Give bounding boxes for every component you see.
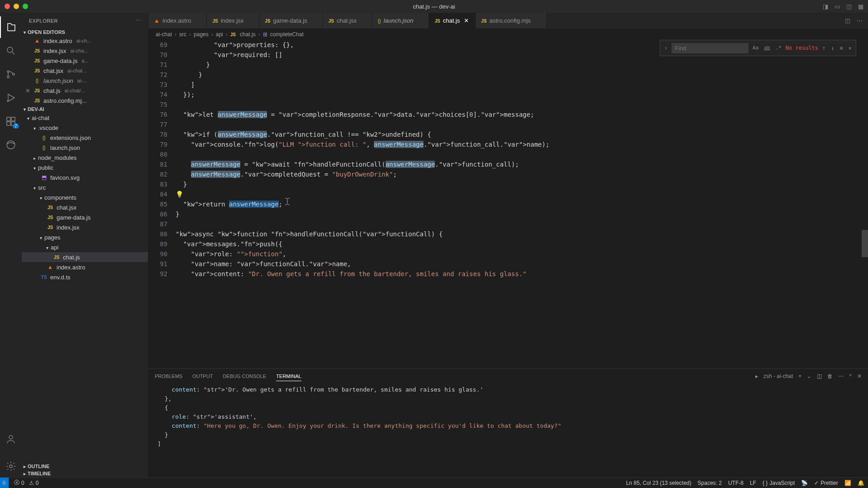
project-header[interactable]: DEV-AI — [22, 105, 148, 113]
breadcrumb-item[interactable]: pages — [194, 31, 209, 38]
editor-tab[interactable]: JSastro.config.mjs✕ — [476, 13, 546, 29]
terminal-new-icon[interactable]: + — [798, 373, 801, 379]
find-expand-icon[interactable]: › — [663, 43, 669, 53]
code-content[interactable]: "var">properties: {}, "var">required: []… — [176, 40, 862, 368]
window-minimize-button[interactable] — [14, 4, 19, 9]
folder-item[interactable]: pages — [22, 232, 148, 242]
folder-item[interactable]: api — [22, 242, 148, 252]
editor-tab[interactable]: JSchat.jsx✕ — [323, 13, 372, 29]
edge-tools-icon[interactable] — [0, 134, 22, 156]
open-editor-item[interactable]: ✕JSchat.jsxai-chat... — [22, 66, 148, 76]
timeline-header[interactable]: TIMELINE — [22, 470, 148, 477]
open-editor-item[interactable]: ✕JSgame-data.jsa... — [22, 56, 148, 66]
match-word-icon[interactable]: ab — [763, 42, 771, 54]
terminal-more-icon[interactable]: ⋯ — [838, 373, 844, 379]
folder-item[interactable]: node_modules — [22, 153, 148, 163]
close-icon[interactable]: ✕ — [24, 87, 31, 94]
open-editors-header[interactable]: OPEN EDITORS — [22, 29, 148, 36]
errors-count[interactable]: ⓧ 0 — [14, 479, 24, 487]
terminal-output[interactable]: content: "str">'Dr. Owen gets a refill f… — [148, 383, 868, 477]
window-close-button[interactable] — [5, 4, 10, 9]
open-editor-item[interactable]: ✕JSchat.jsai-chat/... — [22, 86, 148, 96]
extensions-icon[interactable]: 7 — [0, 110, 22, 132]
search-icon[interactable] — [0, 40, 22, 62]
editor-tab[interactable]: JSgame-data.js✕ — [259, 13, 323, 29]
split-editor-icon[interactable]: ◫ — [845, 17, 850, 24]
panel-tab[interactable]: TERMINAL — [276, 372, 301, 381]
breadcrumbs[interactable]: ai-chat›src›pages›api›JSchat.js›⊞ comple… — [148, 29, 868, 40]
folder-item[interactable]: public — [22, 163, 148, 172]
open-editor-item[interactable]: ✕▲index.astroai-ch... — [22, 36, 148, 46]
notifications-icon[interactable]: 🔔 — [858, 480, 864, 486]
indentation[interactable]: Spaces: 2 — [698, 480, 722, 486]
find-next-icon[interactable]: ↓ — [830, 43, 835, 53]
breadcrumb-item[interactable]: ai-chat — [156, 31, 172, 38]
folder-item[interactable]: src — [22, 182, 148, 192]
explorer-more-icon[interactable]: ⋯ — [136, 18, 141, 24]
language-mode[interactable]: { } JavaScript — [763, 480, 795, 486]
match-case-icon[interactable]: Aa — [751, 42, 760, 54]
file-item[interactable]: ⬒favicon.svg — [22, 172, 148, 182]
minimap[interactable] — [862, 40, 868, 368]
breadcrumb-item[interactable]: api — [216, 31, 223, 38]
breadcrumb-item[interactable]: src — [179, 31, 186, 38]
terminal-shell-icon[interactable]: ▸ — [755, 373, 758, 379]
file-item[interactable]: {}extensions.json — [22, 133, 148, 143]
settings-gear-icon[interactable] — [0, 455, 22, 477]
folder-item[interactable]: ai-chat — [22, 113, 148, 123]
regex-icon[interactable]: .* — [774, 42, 783, 54]
run-debug-icon[interactable] — [0, 87, 22, 109]
breadcrumb-item[interactable]: completeChat — [270, 31, 304, 38]
source-control-icon[interactable] — [0, 63, 22, 85]
find-input[interactable] — [672, 43, 749, 53]
code-editor[interactable]: › Aa ab .* No results ↑ ↓ ≡ ✕ 6970717273… — [148, 40, 868, 368]
open-editor-item[interactable]: ✕{}launch.jsonai-... — [22, 76, 148, 86]
folder-item[interactable]: components — [22, 192, 148, 202]
file-item[interactable]: TSenv.d.ts — [22, 272, 148, 282]
warnings-count[interactable]: ⚠ 0 — [29, 480, 39, 486]
prettier-status[interactable]: ✓ Prettier — [814, 480, 838, 486]
file-item[interactable]: JSindex.jsx — [22, 222, 148, 232]
panel-right-icon[interactable]: ◫ — [846, 3, 852, 10]
encoding[interactable]: UTF-8 — [728, 480, 744, 486]
customize-layout-icon[interactable]: ▦ — [858, 3, 863, 10]
terminal-close-icon[interactable]: ✕ — [857, 373, 862, 379]
window-maximize-button[interactable] — [23, 4, 28, 9]
feedback-icon[interactable]: 📡 — [801, 480, 808, 486]
explorer-icon[interactable] — [0, 16, 22, 38]
editor-tab[interactable]: {}launch.json✕ — [372, 13, 429, 29]
folder-item[interactable]: .vscode — [22, 123, 148, 133]
panel-tab[interactable]: DEBUG CONSOLE — [223, 372, 266, 381]
terminal-kill-icon[interactable]: 🗑 — [827, 373, 833, 379]
panel-layout-icon[interactable]: ◨ — [823, 3, 828, 10]
outline-header[interactable]: OUTLINE — [22, 463, 148, 470]
file-item[interactable]: JSchat.jsx — [22, 202, 148, 212]
editor-tab[interactable]: JSchat.js✕ — [429, 13, 476, 29]
file-item[interactable]: JSgame-data.js — [22, 212, 148, 222]
file-item[interactable]: ▲index.astro — [22, 262, 148, 272]
terminal-dropdown-icon[interactable]: ⌄ — [807, 373, 811, 379]
account-icon[interactable] — [0, 428, 22, 450]
live-share-icon[interactable]: 📶 — [844, 480, 851, 486]
find-selection-icon[interactable]: ≡ — [839, 43, 844, 53]
terminal-split-icon[interactable]: ◫ — [817, 373, 822, 379]
panel-tab[interactable]: PROBLEMS — [155, 372, 182, 381]
file-item[interactable]: {}launch.json — [22, 143, 148, 153]
find-prev-icon[interactable]: ↑ — [821, 43, 827, 53]
tab-more-icon[interactable]: ⋯ — [857, 17, 863, 24]
cursor-position[interactable]: Ln 85, Col 23 (13 selected) — [626, 480, 691, 486]
panel-bottom-icon[interactable]: ▭ — [835, 3, 840, 10]
file-item[interactable]: JSchat.js — [22, 252, 148, 262]
open-editor-item[interactable]: ✕JSastro.config.mj... — [22, 96, 148, 105]
panel-tab[interactable]: OUTPUT — [192, 372, 213, 381]
terminal-shell-label[interactable]: zsh - ai-chat — [763, 373, 793, 379]
eol[interactable]: LF — [750, 480, 756, 486]
find-close-icon[interactable]: ✕ — [847, 43, 853, 53]
remote-indicator[interactable]: ⎘ — [0, 478, 9, 488]
terminal-maximize-icon[interactable]: ^ — [849, 373, 852, 379]
editor-tab[interactable]: JSindex.jsx✕ — [207, 13, 259, 29]
breadcrumb-item[interactable]: chat.js — [240, 31, 256, 38]
editor-tab[interactable]: ▲index.astro✕ — [148, 13, 207, 29]
open-editor-item[interactable]: ✕JSindex.jsxai-cha... — [22, 46, 148, 56]
close-icon[interactable]: ✕ — [463, 17, 470, 24]
